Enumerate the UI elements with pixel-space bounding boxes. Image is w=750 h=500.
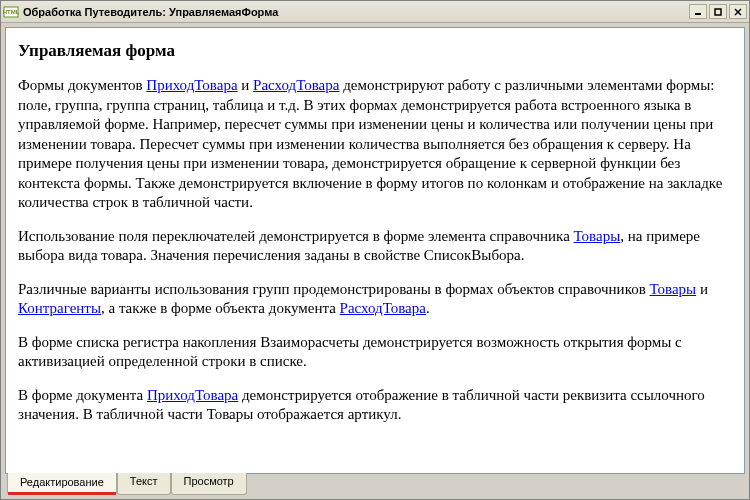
minimize-button[interactable]	[689, 4, 707, 19]
maximize-button[interactable]	[709, 4, 727, 19]
link-tovary-2[interactable]: Товары	[650, 281, 697, 297]
paragraph-5: В форме документа ПриходТовара демонстри…	[18, 386, 732, 425]
link-rashod-tovara-2[interactable]: РасходТовара	[340, 300, 426, 316]
page-heading: Управляемая форма	[18, 40, 732, 62]
window-title: Обработка Путеводитель: УправляемаяФорма	[23, 6, 689, 18]
editor-content[interactable]: Управляемая форма Формы документов Прихо…	[5, 27, 745, 474]
tab-preview[interactable]: Просмотр	[171, 473, 247, 495]
link-prihod-tovara-2[interactable]: ПриходТовара	[147, 387, 238, 403]
close-button[interactable]	[729, 4, 747, 19]
paragraph-1: Формы документов ПриходТовара и РасходТо…	[18, 76, 732, 213]
content-wrap: Управляемая форма Формы документов Прихо…	[5, 27, 745, 495]
link-tovary[interactable]: Товары	[574, 228, 621, 244]
app-window: HTML Обработка Путеводитель: Управляемая…	[0, 0, 750, 500]
link-prihod-tovara[interactable]: ПриходТовара	[146, 77, 237, 93]
tab-edit[interactable]: Редактирование	[7, 473, 117, 495]
tab-text[interactable]: Текст	[117, 473, 171, 495]
paragraph-3: Различные варианты использования групп п…	[18, 280, 732, 319]
paragraph-2: Использование поля переключателей демонс…	[18, 227, 732, 266]
link-kontragenty[interactable]: Контрагенты	[18, 300, 101, 316]
titlebar: HTML Обработка Путеводитель: Управляемая…	[1, 1, 749, 23]
bottom-tabs: Редактирование Текст Просмотр	[5, 473, 745, 495]
svg-text:HTML: HTML	[3, 9, 19, 15]
html-icon: HTML	[3, 4, 19, 20]
svg-rect-3	[715, 9, 721, 15]
paragraph-4: В форме списка регистра накопления Взаим…	[18, 333, 732, 372]
link-rashod-tovara[interactable]: РасходТовара	[253, 77, 339, 93]
